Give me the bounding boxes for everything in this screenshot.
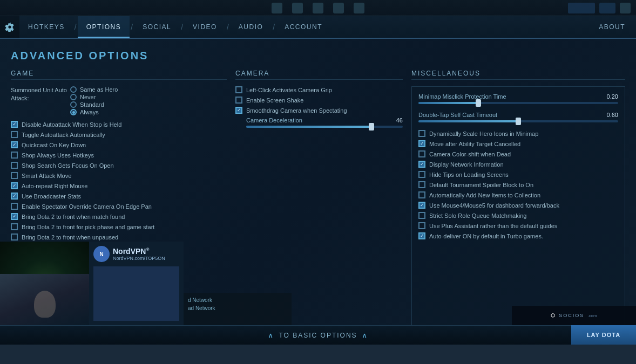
checkbox-tournament-spoiler[interactable]: Default Tournament Spoiler Block to On <box>418 181 618 188</box>
top-bar-menu-icon[interactable] <box>620 3 631 13</box>
minimap-slider-thumb <box>476 99 481 107</box>
checkbox-shop-search[interactable]: Shop Search Gets Focus On Open <box>11 162 227 169</box>
checkbox-camera-colorshift[interactable]: Camera Color-shift when Dead <box>418 150 618 157</box>
checkbox-disable-autoattack[interactable]: Disable Autoattack When Stop is Held <box>11 121 227 128</box>
settings-gear-icon[interactable] <box>0 16 19 38</box>
checkbox-box-disable-autoattack <box>11 121 18 128</box>
checkbox-autorepeat[interactable]: Auto-repeat Right Mouse <box>11 182 227 189</box>
arrow-up-right-icon: ∧ <box>362 331 368 340</box>
camera-header: CAMERA <box>235 70 403 80</box>
checkbox-box-auto-deliver-turbo <box>418 232 425 239</box>
nordvpn-logo: N <box>93 246 110 262</box>
checkbox-shop-hotkeys[interactable]: Shop Always Uses Hotkeys <box>11 152 227 159</box>
radio-never[interactable]: Never <box>70 94 118 100</box>
nav-item-video[interactable]: VIDEO <box>184 16 226 38</box>
top-bar <box>0 0 636 16</box>
nav-item-hotkeys[interactable]: HOTKEYS <box>19 16 73 38</box>
doubletap-slider-track[interactable] <box>418 120 618 122</box>
checkbox-box-camera-colorshift <box>418 150 425 157</box>
nordvpn-ad-image <box>93 266 179 321</box>
doubletap-slider-thumb <box>516 118 521 125</box>
checkbox-left-click-grip[interactable]: Left-Click Activates Camera Grip <box>235 86 403 93</box>
checkbox-auto-add-items[interactable]: Automatically Add New Items to Collectio… <box>418 191 618 198</box>
overlay-network-line1: d Network <box>188 297 287 303</box>
checkbox-bring-front-match[interactable]: Bring Dota 2 to front when match found <box>11 213 227 220</box>
socios-suffix: .com <box>587 313 597 318</box>
checkbox-dynamically-scale[interactable]: Dynamically Scale Hero Icons in Minimap <box>418 130 618 137</box>
checkbox-plus-assistant[interactable]: Use Plus Assistant rather than the defau… <box>418 222 618 229</box>
checkbox-quickcast[interactable]: Quickcast On Key Down <box>11 141 227 148</box>
nordvpn-panel: N NordVPN® NordVPN.com/TOP5ON <box>89 242 184 325</box>
radio-standard[interactable]: Standard <box>70 101 118 108</box>
radio-circle-standard <box>70 101 77 108</box>
checkbox-box-smoothdrag <box>235 107 242 114</box>
checkbox-box-dynamically-scale <box>418 130 425 137</box>
checkbox-box-screen-shake <box>235 97 242 104</box>
checkbox-toggle-autoattack[interactable]: Toggle Autoattack Automatically <box>11 131 227 138</box>
misc-panel: Minimap Misclick Protection Time 0.20 Do… <box>411 86 625 338</box>
checkbox-strict-solo[interactable]: Strict Solo Role Queue Matchmaking <box>418 212 618 219</box>
checkbox-broadcaster[interactable]: Use Broadcaster Stats <box>11 193 227 200</box>
nav-sep: / <box>180 23 184 31</box>
camera-decel-value: 46 <box>396 117 403 123</box>
camera-decel-track[interactable] <box>246 126 403 128</box>
checkbox-box-auto-add-items <box>418 191 425 198</box>
play-dota-button[interactable]: LAY DOTA <box>571 325 636 345</box>
page-title: ADVANCED OPTIONS <box>11 50 625 62</box>
socios-bar: ⬡ SOCIOS .com <box>512 306 636 325</box>
checkbox-box-plus-assistant <box>418 222 425 229</box>
main-content: ADVANCED OPTIONS GAME Summoned Unit Auto… <box>0 39 636 345</box>
nav-sep: / <box>272 23 276 31</box>
minimap-slider-track[interactable] <box>418 102 618 104</box>
checkbox-smart-attack[interactable]: Smart Attack Move <box>11 172 227 179</box>
misc-column: MISCELLANEOUS Minimap Misclick Protectio… <box>411 70 625 338</box>
game-header: GAME <box>11 70 227 80</box>
top-bar-icon <box>272 3 282 13</box>
checkbox-mouse4-mouse5[interactable]: Use Mouse4/Mouse5 for dashboard forward/… <box>418 202 618 209</box>
checkbox-hide-tips[interactable]: Hide Tips on Loading Screens <box>418 171 618 178</box>
checkbox-box-bring-front-pick <box>11 223 18 230</box>
top-bar-icon <box>354 3 364 13</box>
nav-item-account[interactable]: ACCOUNT <box>276 16 331 38</box>
checkbox-smoothdrag[interactable]: Smoothdrag Camera when Spectating <box>235 107 403 114</box>
basic-options-button[interactable]: ∧ TO BASIC OPTIONS ∧ <box>268 331 368 340</box>
checkbox-display-network[interactable]: Display Network Information <box>418 161 618 168</box>
minimap-slider-row: Minimap Misclick Protection Time 0.20 <box>418 93 618 104</box>
checkbox-spectator-override[interactable]: Enable Spectator Override Camera On Edge… <box>11 203 227 210</box>
misc-header: MISCELLANEOUS <box>411 70 625 80</box>
top-bar-profile-icon[interactable] <box>568 3 595 13</box>
top-bar-icons <box>272 3 364 13</box>
checkbox-box-display-network <box>418 161 425 168</box>
checkbox-box-mouse4-mouse5 <box>418 202 425 209</box>
checkbox-box-tournament-spoiler <box>418 181 425 188</box>
nav-bar: HOTKEYS / OPTIONS / SOCIAL / VIDEO / AUD… <box>0 16 636 39</box>
checkbox-bring-front-pick[interactable]: Bring Dota 2 to front for pick phase and… <box>11 223 227 230</box>
checkbox-auto-deliver-turbo[interactable]: Auto-deliver ON by default in Turbo game… <box>418 232 618 239</box>
minimap-label: Minimap Misclick Protection Time <box>418 93 506 100</box>
play-dota-label: LAY DOTA <box>587 332 620 338</box>
minimap-value: 0.20 <box>607 93 618 100</box>
radio-circle-never <box>70 94 77 100</box>
summoned-unit-group: Summoned Unit Auto Attack: Same as Hero … <box>11 86 227 115</box>
radio-always[interactable]: Always <box>70 109 118 115</box>
bottom-bar: ∧ TO BASIC OPTIONS ∧ <box>0 325 636 345</box>
top-bar-icon <box>313 3 323 13</box>
minimap-slider-fill <box>418 102 478 104</box>
nav-item-social[interactable]: SOCIAL <box>134 16 180 38</box>
doubletap-value: 0.60 <box>607 112 618 118</box>
nav-about[interactable]: ABOUT <box>599 23 625 31</box>
radio-circle-always <box>70 109 77 115</box>
checkbox-move-after-ability[interactable]: Move after Ability Target Cancelled <box>418 140 618 147</box>
checkbox-box-move-after-ability <box>418 140 425 147</box>
nordvpn-overlay: N NordVPN® NordVPN.com/TOP5ON <box>0 242 184 325</box>
checkbox-screen-shake[interactable]: Enable Screen Shake <box>235 97 403 104</box>
webcam-face <box>0 274 89 325</box>
gear-svg <box>5 22 15 32</box>
nav-items: HOTKEYS / OPTIONS / SOCIAL / VIDEO / AUD… <box>19 16 331 38</box>
checkbox-bring-front-unpause[interactable]: Bring Dota 2 to front when unpaused <box>11 233 227 241</box>
radio-same-as-hero[interactable]: Same as Hero <box>70 86 118 93</box>
top-bar-friends-icon[interactable] <box>599 3 615 13</box>
nav-item-options[interactable]: OPTIONS <box>78 16 130 38</box>
nav-item-audio[interactable]: AUDIO <box>230 16 272 38</box>
checkbox-box-toggle-autoattack <box>11 131 18 138</box>
